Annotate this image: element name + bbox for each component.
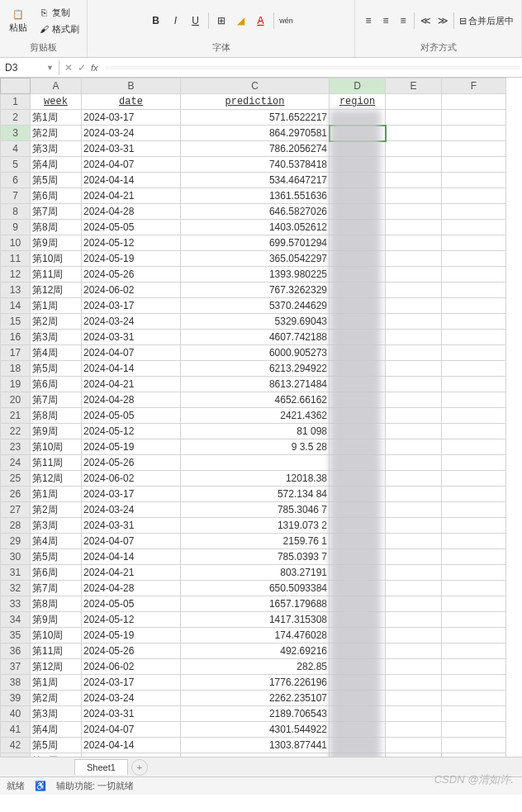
border-button[interactable]: ⊞	[212, 12, 230, 30]
cell[interactable]	[386, 565, 442, 581]
cell[interactable]: 864.2970581	[181, 126, 330, 141]
cell[interactable]	[442, 235, 506, 251]
cell[interactable]	[442, 298, 506, 314]
cell[interactable]	[330, 581, 386, 596]
cell[interactable]	[330, 487, 386, 502]
cell[interactable]: 2024-05-05	[82, 596, 181, 612]
cell[interactable]	[330, 706, 386, 722]
row-header[interactable]: 1	[1, 94, 31, 110]
cell[interactable]	[442, 220, 506, 235]
cell[interactable]	[442, 487, 506, 502]
cell[interactable]	[330, 628, 386, 643]
cell[interactable]: 2024-05-26	[82, 643, 181, 659]
cell[interactable]	[386, 141, 442, 157]
cell[interactable]	[330, 157, 386, 173]
cell[interactable]	[386, 251, 442, 267]
cell[interactable]: 81 098	[181, 424, 330, 439]
cell[interactable]: 1657.179688	[181, 596, 330, 612]
cell[interactable]	[386, 220, 442, 235]
cell[interactable]: 第4周	[31, 345, 82, 361]
cell[interactable]: 2024-06-02	[82, 471, 181, 487]
cell[interactable]: 第10周	[31, 251, 82, 267]
cell[interactable]: 785.3046 7	[181, 502, 330, 518]
cell[interactable]: 2024-04-21	[82, 753, 181, 757]
cell[interactable]: 1417.315308	[181, 612, 330, 628]
cell[interactable]	[330, 126, 386, 141]
row-header[interactable]: 36	[1, 643, 31, 659]
cell[interactable]	[442, 502, 506, 518]
row-header[interactable]: 15	[1, 314, 31, 330]
cell[interactable]	[442, 110, 506, 126]
cell[interactable]: 5370.244629	[181, 298, 330, 314]
cell[interactable]	[386, 126, 442, 141]
cell[interactable]	[330, 314, 386, 330]
cell[interactable]	[330, 408, 386, 424]
cell[interactable]	[442, 392, 506, 408]
row-header[interactable]: 11	[1, 251, 31, 267]
cell[interactable]	[442, 753, 506, 757]
row-header[interactable]: 25	[1, 471, 31, 487]
spreadsheet-grid[interactable]: ABCDEF1weekdatepredictionregion2第1周2024-…	[0, 78, 522, 757]
cell[interactable]	[386, 377, 442, 392]
bold-button[interactable]: B	[147, 12, 165, 30]
cell[interactable]: 2024-04-07	[82, 345, 181, 361]
row-header[interactable]: 26	[1, 487, 31, 502]
cell[interactable]	[330, 188, 386, 204]
cell[interactable]: 572.134 84	[181, 487, 330, 502]
cell[interactable]	[442, 204, 506, 220]
cell[interactable]: 650.5093384	[181, 581, 330, 596]
cell[interactable]: 第3周	[31, 518, 82, 534]
cell[interactable]: 2024-03-31	[82, 518, 181, 534]
cell[interactable]	[330, 110, 386, 126]
cell[interactable]	[386, 502, 442, 518]
cell[interactable]: 2024-03-31	[82, 141, 181, 157]
cell[interactable]: 第11周	[31, 267, 82, 283]
row-header[interactable]: 13	[1, 283, 31, 298]
cell[interactable]	[386, 691, 442, 706]
increase-indent-button[interactable]: ≫	[434, 12, 451, 29]
cell[interactable]	[330, 691, 386, 706]
cell[interactable]	[386, 188, 442, 204]
cell[interactable]	[442, 173, 506, 188]
row-header[interactable]: 17	[1, 345, 31, 361]
row-header[interactable]: 39	[1, 691, 31, 706]
cell[interactable]: 2024-03-24	[82, 502, 181, 518]
cell[interactable]	[330, 534, 386, 549]
cell[interactable]	[330, 518, 386, 534]
decrease-indent-button[interactable]: ≪	[417, 12, 434, 29]
fill-color-button[interactable]: ◢	[232, 12, 250, 30]
cell[interactable]: 第11周	[31, 643, 82, 659]
cell[interactable]	[386, 612, 442, 628]
cell[interactable]	[442, 706, 506, 722]
col-header-D[interactable]: D	[330, 78, 386, 94]
cell[interactable]	[386, 330, 442, 345]
cell[interactable]	[442, 518, 506, 534]
cell[interactable]: 2024-04-14	[82, 361, 181, 377]
cancel-icon[interactable]: ✕	[64, 62, 73, 74]
row-header[interactable]: 24	[1, 455, 31, 471]
cell[interactable]	[386, 392, 442, 408]
cell[interactable]	[386, 471, 442, 487]
cell[interactable]: 第3周	[31, 330, 82, 345]
row-header[interactable]: 19	[1, 377, 31, 392]
cell[interactable]	[386, 643, 442, 659]
row-header[interactable]: 21	[1, 408, 31, 424]
cell[interactable]	[442, 534, 506, 549]
cell[interactable]: 第12周	[31, 283, 82, 298]
cell[interactable]: 2024-04-14	[82, 738, 181, 753]
cell[interactable]	[442, 722, 506, 738]
cell[interactable]	[181, 455, 330, 471]
cell[interactable]	[386, 722, 442, 738]
cell[interactable]: 534.4647217	[181, 173, 330, 188]
header-cell[interactable]: week	[31, 94, 82, 110]
row-header[interactable]: 22	[1, 424, 31, 439]
cell[interactable]	[330, 235, 386, 251]
cell[interactable]: 第3周	[31, 706, 82, 722]
underline-button[interactable]: U	[187, 12, 205, 30]
cell[interactable]: 6000.905273	[181, 345, 330, 361]
cell[interactable]	[386, 361, 442, 377]
row-header[interactable]: 35	[1, 628, 31, 643]
cell[interactable]: 第10周	[31, 439, 82, 455]
cell[interactable]: 2024-06-02	[82, 659, 181, 675]
cell[interactable]: 第12周	[31, 471, 82, 487]
